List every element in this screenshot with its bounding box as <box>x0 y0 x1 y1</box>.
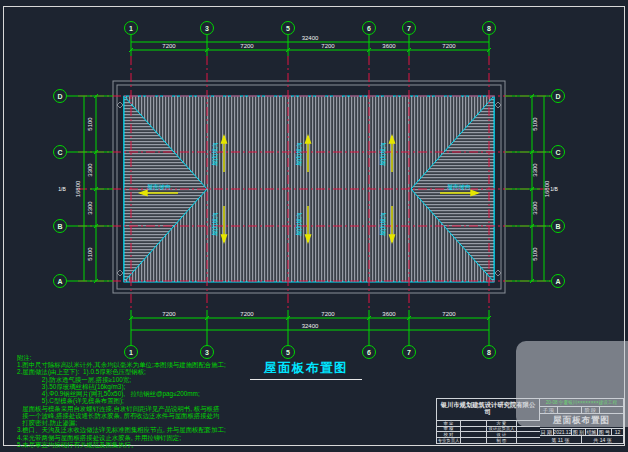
slope-label: 屋面坡向 <box>295 212 303 236</box>
axis-bubble-label: 6 <box>367 349 371 356</box>
axis-bubble-label: 3 <box>205 25 209 32</box>
no-value: 12 <box>612 429 623 436</box>
dim-value: 7200 <box>240 43 254 49</box>
axis-bubble-label: A <box>555 278 560 285</box>
axis-bubble-label: B <box>555 223 560 230</box>
dim-value: 5100 <box>532 117 538 131</box>
axis-bubble-label: A <box>57 278 62 285</box>
date-label: 日 期 <box>540 429 554 436</box>
axis-bubble-label: 5 <box>286 349 290 356</box>
dim-overall-height: 16800 <box>75 180 81 197</box>
role-label: 制 图 <box>487 438 517 443</box>
axis-bubble-label: B <box>57 223 62 230</box>
dim-value: 3300 <box>87 201 93 215</box>
dim-value: 3300 <box>532 201 538 215</box>
role-value <box>517 438 540 443</box>
gray-overlay <box>516 341 628 427</box>
dim-value: 3300 <box>87 163 93 177</box>
dim-value: 7200 <box>442 43 456 49</box>
title-block-row: 日 期 2021.12 图 别 结施 图 号 12 <box>540 429 623 436</box>
sub-axis-label: 1/B <box>58 186 66 192</box>
title-block-row: 专业负责人 制 图 <box>437 438 540 443</box>
type-value: 结施 <box>586 429 598 436</box>
sheet-total: 共 14 张 <box>582 436 623 443</box>
dim-overall-width: 32400 <box>302 323 319 329</box>
slope-label: 屋面坡向 <box>211 142 219 166</box>
axis-bubble-label: 5 <box>286 25 290 32</box>
slope-label: 屋面坡向 <box>211 212 219 236</box>
dim-value: 7200 <box>240 311 254 317</box>
slope-label: 屋面坡向 <box>295 142 303 166</box>
sub-axis-label: 1/B <box>550 186 558 192</box>
axis-bubble-label: 1 <box>129 25 133 32</box>
date-value: 2021.12 <box>554 429 572 436</box>
dim-overall-height: 16800 <box>544 180 550 197</box>
axis-bubble-label: 8 <box>487 349 491 356</box>
axis-bubble-label: 6 <box>367 25 371 32</box>
dim-value: 7200 <box>321 311 335 317</box>
dim-value: 7200 <box>321 43 335 49</box>
sheet-number: 第 11 张 <box>540 436 582 443</box>
general-notes: 附注: 1.图中尺寸除标高以米计外,其余均以毫米为单位;本图须与建施图配合施工;… <box>17 354 229 448</box>
dim-value: 3300 <box>532 163 538 177</box>
dim-value: 5100 <box>532 247 538 261</box>
axis-bubble-label: D <box>57 93 62 100</box>
axis-bubble-label: 7 <box>407 25 411 32</box>
dim-value: 5100 <box>87 247 93 261</box>
axis-bubble-label: C <box>555 149 560 156</box>
axis-bubble-label: 8 <box>487 25 491 32</box>
axis-bubble-label: D <box>555 93 560 100</box>
slope-label: 屋面坡向 <box>447 183 471 191</box>
dim-value: 7200 <box>442 311 456 317</box>
cad-viewport: 1 3 5 6 7 8 1 3 5 6 7 8 D C B A D C B A <box>0 0 628 452</box>
slope-label: 屋面坡向 <box>147 183 171 191</box>
role-label: 专业负责人 <box>437 438 461 443</box>
type-label: 图 别 <box>572 429 586 436</box>
role-value <box>461 438 487 443</box>
drawing-title: 屋面板布置图 <box>250 360 362 380</box>
dim-overall-width: 32400 <box>302 35 319 41</box>
slope-label: 屋面坡向 <box>379 142 387 166</box>
dim-value: 7200 <box>162 43 176 49</box>
no-label: 图 号 <box>598 429 612 436</box>
dim-value: 3600 <box>382 43 396 49</box>
axis-bubbles-top <box>125 22 496 35</box>
dim-value: 5100 <box>87 117 93 131</box>
dim-value: 3600 <box>382 311 396 317</box>
title-block-row: 第 11 张 共 14 张 <box>540 436 623 443</box>
axis-bubble-label: C <box>57 149 62 156</box>
slope-label: 屋面坡向 <box>379 212 387 236</box>
dim-value: 7200 <box>162 311 176 317</box>
axis-bubble-label: 7 <box>407 349 411 356</box>
